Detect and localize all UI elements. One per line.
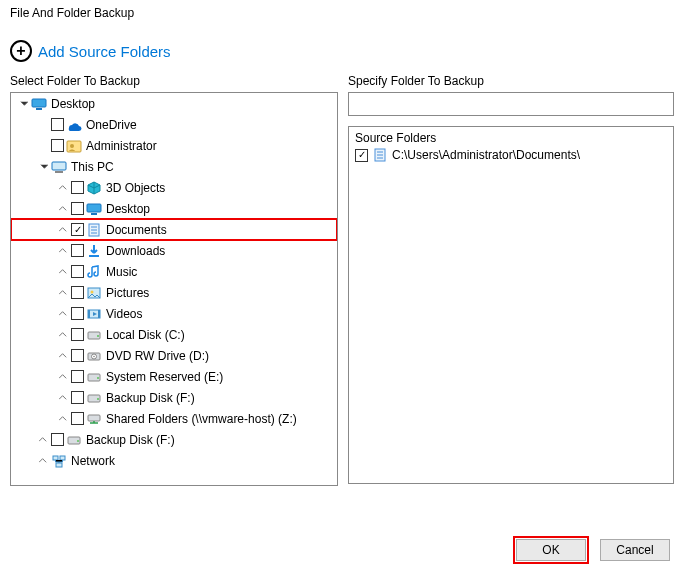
checkbox[interactable] (71, 328, 84, 341)
checkbox[interactable] (71, 307, 84, 320)
svg-rect-6 (87, 204, 101, 212)
collapse-icon[interactable] (37, 161, 49, 173)
desktop-sm-icon (86, 201, 102, 217)
svg-point-22 (93, 355, 95, 357)
checkbox[interactable] (71, 391, 84, 404)
checkbox[interactable] (51, 433, 64, 446)
tree-row[interactable]: Desktop (11, 93, 337, 114)
svg-rect-1 (36, 108, 42, 110)
source-folders-list: Source Folders C:\Users\Administrator\Do… (348, 126, 674, 484)
plus-icon: + (10, 40, 32, 62)
disk-icon (86, 327, 102, 343)
checkbox[interactable] (71, 181, 84, 194)
svg-rect-16 (88, 310, 90, 318)
tree-row[interactable]: DVD RW Drive (D:) (11, 345, 337, 366)
expand-icon[interactable] (57, 266, 69, 278)
expand-icon[interactable] (57, 287, 69, 299)
tree-row[interactable]: Documents (11, 219, 337, 240)
checkbox[interactable] (71, 349, 84, 362)
tree-row[interactable]: This PC (11, 156, 337, 177)
tree-item-label: System Reserved (E:) (104, 370, 223, 384)
checkbox[interactable] (71, 286, 84, 299)
svg-rect-32 (56, 463, 62, 467)
tree-item-label: DVD RW Drive (D:) (104, 349, 209, 363)
collapse-icon[interactable] (17, 98, 29, 110)
add-source-folders-button[interactable]: + Add Source Folders (0, 22, 684, 74)
source-folder-path: C:\Users\Administrator\Documents\ (392, 148, 580, 162)
tree-row[interactable]: Music (11, 261, 337, 282)
tree-row[interactable]: Backup Disk (F:) (11, 387, 337, 408)
checkbox[interactable] (71, 223, 84, 236)
svg-rect-5 (55, 171, 63, 173)
svg-rect-12 (89, 255, 99, 257)
tree-item-label: Music (104, 265, 137, 279)
tree-row[interactable]: Downloads (11, 240, 337, 261)
add-source-label: Add Source Folders (38, 43, 171, 60)
checkbox[interactable] (51, 139, 64, 152)
expand-icon[interactable] (57, 203, 69, 215)
netdrive-icon (86, 411, 102, 427)
tree-row[interactable]: OneDrive (11, 114, 337, 135)
tree-row[interactable]: Pictures (11, 282, 337, 303)
checkbox[interactable] (51, 118, 64, 131)
expand-icon[interactable] (37, 455, 49, 467)
ok-button[interactable]: OK (516, 539, 586, 561)
tree-item-label: Documents (104, 223, 167, 237)
expand-icon[interactable] (57, 413, 69, 425)
svg-rect-17 (98, 310, 100, 318)
documents-icon (372, 147, 388, 163)
tree-row[interactable]: Desktop (11, 198, 337, 219)
tree-row[interactable]: Shared Folders (\\vmware-host) (Z:) (11, 408, 337, 429)
folder-tree[interactable]: DesktopOneDriveAdministratorThis PC3D Ob… (10, 92, 338, 486)
expand-icon[interactable] (37, 434, 49, 446)
cancel-button[interactable]: Cancel (600, 539, 670, 561)
svg-point-19 (97, 335, 99, 337)
disk-icon (86, 390, 102, 406)
tree-item-label: Desktop (49, 97, 95, 111)
downloads-icon (86, 243, 102, 259)
expand-icon[interactable] (57, 224, 69, 236)
expand-icon[interactable] (57, 182, 69, 194)
svg-point-24 (97, 377, 99, 379)
checkbox[interactable] (71, 244, 84, 257)
tree-row[interactable]: Videos (11, 303, 337, 324)
tree-row[interactable]: System Reserved (E:) (11, 366, 337, 387)
specify-folder-input[interactable] (348, 92, 674, 116)
tree-item-label: Shared Folders (\\vmware-host) (Z:) (104, 412, 297, 426)
tree-row[interactable]: Local Disk (C:) (11, 324, 337, 345)
specify-folder-label: Specify Folder To Backup (348, 74, 674, 88)
expand-icon[interactable] (57, 245, 69, 257)
tree-item-label: This PC (69, 160, 114, 174)
source-folders-header: Source Folders (355, 131, 667, 145)
checkbox[interactable] (71, 412, 84, 425)
checkbox[interactable] (71, 202, 84, 215)
expand-icon[interactable] (57, 392, 69, 404)
network-icon (51, 453, 67, 469)
checkbox[interactable] (71, 370, 84, 383)
window-title: File And Folder Backup (0, 0, 684, 22)
tree-row[interactable]: Network (11, 450, 337, 471)
checkbox[interactable] (355, 149, 368, 162)
svg-rect-0 (32, 99, 46, 107)
music-icon (86, 264, 102, 280)
expand-icon[interactable] (57, 329, 69, 341)
source-folder-item[interactable]: C:\Users\Administrator\Documents\ (355, 147, 667, 163)
tree-row[interactable]: Backup Disk (F:) (11, 429, 337, 450)
videos-icon (86, 306, 102, 322)
user-icon (66, 138, 82, 154)
checkbox[interactable] (71, 265, 84, 278)
disk-icon (66, 432, 82, 448)
documents-icon (86, 222, 102, 238)
svg-rect-31 (60, 456, 65, 460)
tree-row[interactable]: Administrator (11, 135, 337, 156)
tree-item-label: Administrator (84, 139, 157, 153)
tree-item-label: Videos (104, 307, 142, 321)
tree-row[interactable]: 3D Objects (11, 177, 337, 198)
tree-item-label: Desktop (104, 202, 150, 216)
svg-rect-27 (88, 415, 100, 421)
tree-item-label: Network (69, 454, 115, 468)
pictures-icon (86, 285, 102, 301)
expand-icon[interactable] (57, 350, 69, 362)
expand-icon[interactable] (57, 308, 69, 320)
expand-icon[interactable] (57, 371, 69, 383)
